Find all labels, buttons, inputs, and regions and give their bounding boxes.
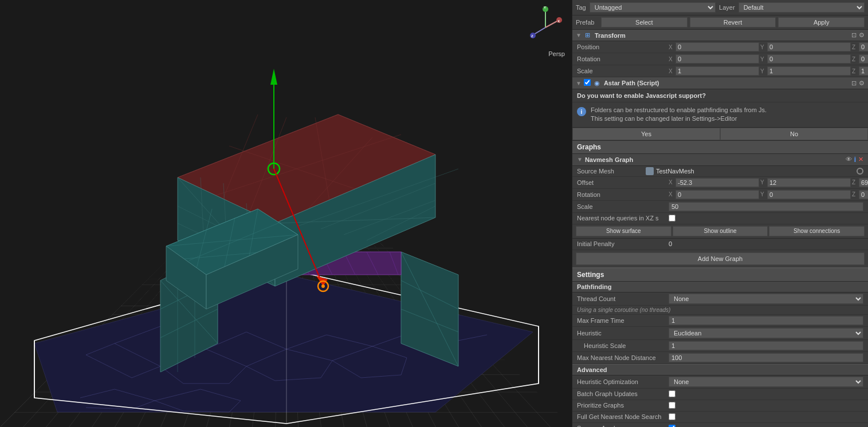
rotation-label: Rotation (577, 56, 669, 62)
prioritize-graphs-checkbox[interactable] (669, 402, 675, 409)
no-button[interactable]: No (720, 128, 868, 140)
navmesh-close-icon[interactable]: ✕ (858, 156, 863, 164)
nearest-queries-label: Nearest node queries in XZ s (577, 215, 669, 222)
yes-no-row: Yes No (572, 128, 868, 141)
offset-x-input[interactable] (675, 178, 759, 187)
tag-select[interactable]: Untagged (590, 2, 716, 13)
graphs-title: Graphs (572, 141, 868, 154)
js-question-row: Do you want to enable Javascript support… (572, 89, 868, 102)
scene-gizmo: Y X Z (528, 5, 563, 46)
info-line2: This setting can be changed later in Set… (591, 114, 767, 123)
position-row: Position X Y Z (572, 41, 868, 53)
rotation-y-input[interactable] (767, 54, 851, 64)
nearest-queries-checkbox[interactable] (669, 215, 675, 222)
astar-gear-icon[interactable]: ⚙ (859, 80, 865, 87)
graphs-scale-row: Scale (572, 201, 868, 213)
nearest-queries-row: Nearest node queries in XZ s (572, 213, 868, 224)
grot-y-input[interactable] (767, 190, 851, 199)
heuristic-scale-input[interactable] (669, 341, 863, 350)
pos-x-label: X (669, 44, 675, 50)
graphs-scale-input[interactable] (669, 202, 863, 211)
source-mesh-picker[interactable] (857, 168, 863, 175)
rot-x-label: X (669, 56, 675, 62)
navmesh-eye-icon[interactable]: 👁 (846, 156, 852, 164)
full-get-nearest-checkbox[interactable] (669, 413, 675, 420)
navmesh-info-icon[interactable]: i (854, 156, 856, 164)
grot-x-input[interactable] (675, 190, 759, 199)
transform-gear-icon[interactable]: ⚙ (859, 31, 865, 39)
grot-x-label: X (669, 191, 675, 197)
astar-arrow: ▼ (576, 80, 582, 86)
initial-penalty-row: Initial Penalty 0 (572, 239, 868, 250)
position-x-input[interactable] (675, 42, 759, 52)
scale-x-input[interactable] (675, 66, 759, 76)
thread-count-row: Thread Count None (572, 292, 868, 306)
scale-z-label: Z (852, 68, 859, 74)
show-outline-button[interactable]: Show outline (673, 226, 768, 236)
js-question-text: Do you want to enable Javascript support… (577, 92, 706, 99)
layer-select[interactable]: Default (739, 2, 865, 13)
svg-marker-96 (270, 69, 277, 85)
mesh-thumbnail-icon (646, 167, 654, 175)
rot-y-label: Y (760, 56, 767, 62)
source-mesh-row: Source Mesh TestNavMesh (572, 166, 868, 177)
settings-title: Settings (572, 267, 868, 282)
grot-z-label: Z (852, 191, 859, 197)
svg-text:X: X (557, 19, 560, 23)
heuristic-opt-row: Heuristic Optimization None (572, 375, 868, 389)
prefab-apply-button[interactable]: Apply (778, 17, 865, 27)
yes-button[interactable]: Yes (572, 128, 720, 140)
show-connections-button[interactable]: Show connections (769, 226, 865, 236)
scale-z-input[interactable] (859, 66, 868, 76)
heuristic-select[interactable]: Euclidean (669, 328, 863, 338)
scene-svg (0, 0, 572, 427)
svg-text:Y: Y (544, 6, 546, 9)
offset-y-input[interactable] (767, 178, 851, 187)
offset-z-label: Z (852, 179, 859, 185)
heuristic-opt-select[interactable]: None (669, 377, 863, 387)
navmesh-graph-header: ▼ Navmesh Graph 👁 i ✕ (572, 154, 868, 166)
max-nearest-input[interactable] (669, 353, 863, 362)
full-get-nearest-row: Full Get Nearest Node Search (572, 412, 868, 423)
pathfinding-header: Pathfinding (572, 282, 868, 292)
max-frame-time-input[interactable] (669, 316, 863, 325)
astar-header: ▼ ◉ Astar Path (Script) ⊡ ⚙ (572, 77, 868, 89)
prefab-revert-button[interactable]: Revert (690, 17, 776, 27)
rotation-x-input[interactable] (675, 54, 759, 64)
tag-layer-bar: Tag Untagged Layer Default (572, 0, 868, 15)
grot-z-input[interactable] (859, 190, 868, 199)
add-new-graph-button[interactable]: Add New Graph (576, 252, 865, 265)
heuristic-opt-label: Heuristic Optimization (577, 378, 669, 385)
graphs-offset-label: Offset (577, 179, 669, 186)
thread-count-select[interactable]: None (669, 294, 863, 304)
info-line1: Folders can be restructured to enable pa… (591, 106, 767, 114)
advanced-header: Advanced (572, 364, 868, 375)
batch-graph-checkbox[interactable] (669, 390, 675, 397)
show-surface-button[interactable]: Show surface (576, 226, 671, 236)
transform-icon: ⊞ (585, 31, 590, 39)
position-label: Position (577, 44, 669, 50)
scale-y-input[interactable] (767, 66, 851, 76)
position-y-input[interactable] (767, 42, 851, 52)
scale-label: Scale (577, 68, 669, 74)
position-z-input[interactable] (859, 42, 868, 52)
initial-penalty-value: 0 (669, 240, 672, 247)
offset-z-input[interactable] (859, 178, 868, 187)
astar-checkbox-container (584, 79, 591, 87)
rot-z-label: Z (852, 56, 859, 62)
prioritize-graphs-label: Prioritize Graphs (577, 402, 669, 409)
scan-on-awake-row: Scan on Awake (572, 423, 868, 427)
graphs-offset-row: Offset X Y Z (572, 177, 868, 189)
grot-y-label: Y (760, 191, 767, 197)
svg-point-101 (321, 284, 325, 288)
prioritize-graphs-row: Prioritize Graphs (572, 400, 868, 412)
scale-y-label: Y (760, 68, 767, 74)
rotation-z-input[interactable] (859, 54, 868, 64)
prefab-select-button[interactable]: Select (601, 17, 688, 27)
scan-on-awake-checkbox[interactable] (669, 425, 675, 427)
full-get-nearest-label: Full Get Nearest Node Search (577, 413, 669, 420)
astar-enable-checkbox[interactable] (584, 79, 591, 86)
viewport[interactable]: Y X Z Persp (0, 0, 572, 427)
graphs-scale-label: Scale (577, 203, 669, 210)
max-nearest-row: Max Nearest Node Distance (572, 352, 868, 364)
